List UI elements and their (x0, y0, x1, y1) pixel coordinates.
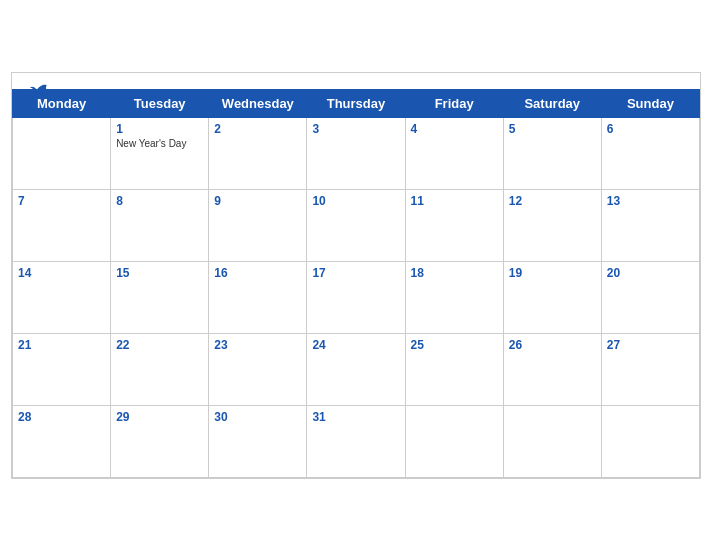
day-number: 5 (509, 122, 596, 136)
day-number: 16 (214, 266, 301, 280)
day-number: 9 (214, 194, 301, 208)
calendar-cell: 23 (209, 333, 307, 405)
day-number: 27 (607, 338, 694, 352)
day-number: 8 (116, 194, 203, 208)
calendar-cell: 4 (405, 117, 503, 189)
calendar-cell: 6 (601, 117, 699, 189)
weekday-header-wednesday: Wednesday (209, 89, 307, 117)
calendar-cell: 10 (307, 189, 405, 261)
day-number: 11 (411, 194, 498, 208)
calendar-cell: 8 (111, 189, 209, 261)
calendar-cell: 13 (601, 189, 699, 261)
day-number: 2 (214, 122, 301, 136)
day-number: 28 (18, 410, 105, 424)
day-number: 26 (509, 338, 596, 352)
calendar-week-row: 28293031 (13, 405, 700, 477)
calendar-cell: 30 (209, 405, 307, 477)
calendar-cell: 17 (307, 261, 405, 333)
day-number: 7 (18, 194, 105, 208)
day-number: 10 (312, 194, 399, 208)
calendar-cell: 7 (13, 189, 111, 261)
weekday-header-tuesday: Tuesday (111, 89, 209, 117)
day-number: 25 (411, 338, 498, 352)
day-number: 22 (116, 338, 203, 352)
calendar-cell: 24 (307, 333, 405, 405)
calendar-cell: 16 (209, 261, 307, 333)
day-number: 1 (116, 122, 203, 136)
weekday-header-sunday: Sunday (601, 89, 699, 117)
calendar-cell: 9 (209, 189, 307, 261)
day-number: 17 (312, 266, 399, 280)
day-number: 23 (214, 338, 301, 352)
calendar-cell: 20 (601, 261, 699, 333)
calendar-header (12, 73, 700, 89)
calendar-cell: 19 (503, 261, 601, 333)
calendar-cell: 14 (13, 261, 111, 333)
day-number: 12 (509, 194, 596, 208)
calendar-cell: 15 (111, 261, 209, 333)
day-number: 21 (18, 338, 105, 352)
day-number: 20 (607, 266, 694, 280)
calendar-body: 1New Year's Day2345678910111213141516171… (13, 117, 700, 477)
weekday-header-row: MondayTuesdayWednesdayThursdayFridaySatu… (13, 89, 700, 117)
holiday-label: New Year's Day (116, 138, 203, 149)
calendar-cell: 27 (601, 333, 699, 405)
day-number: 4 (411, 122, 498, 136)
calendar-cell: 21 (13, 333, 111, 405)
logo-bird-icon (30, 83, 50, 99)
calendar-table: MondayTuesdayWednesdayThursdayFridaySatu… (12, 89, 700, 478)
weekday-header-saturday: Saturday (503, 89, 601, 117)
calendar-week-row: 78910111213 (13, 189, 700, 261)
calendar-cell (405, 405, 503, 477)
day-number: 30 (214, 410, 301, 424)
calendar-week-row: 21222324252627 (13, 333, 700, 405)
calendar-cell: 22 (111, 333, 209, 405)
day-number: 31 (312, 410, 399, 424)
weekday-header-thursday: Thursday (307, 89, 405, 117)
calendar-cell (503, 405, 601, 477)
calendar-cell: 26 (503, 333, 601, 405)
calendar-cell: 25 (405, 333, 503, 405)
day-number: 3 (312, 122, 399, 136)
calendar-container: MondayTuesdayWednesdayThursdayFridaySatu… (11, 72, 701, 479)
calendar-cell: 28 (13, 405, 111, 477)
day-number: 6 (607, 122, 694, 136)
calendar-cell: 5 (503, 117, 601, 189)
day-number: 14 (18, 266, 105, 280)
calendar-cell: 11 (405, 189, 503, 261)
calendar-cell: 31 (307, 405, 405, 477)
calendar-week-row: 14151617181920 (13, 261, 700, 333)
calendar-cell: 1New Year's Day (111, 117, 209, 189)
calendar-cell (13, 117, 111, 189)
day-number: 13 (607, 194, 694, 208)
day-number: 19 (509, 266, 596, 280)
calendar-cell: 18 (405, 261, 503, 333)
calendar-cell: 29 (111, 405, 209, 477)
logo (28, 83, 50, 99)
day-number: 15 (116, 266, 203, 280)
day-number: 18 (411, 266, 498, 280)
weekday-header-friday: Friday (405, 89, 503, 117)
calendar-cell: 2 (209, 117, 307, 189)
calendar-week-row: 1New Year's Day23456 (13, 117, 700, 189)
calendar-cell (601, 405, 699, 477)
calendar-cell: 12 (503, 189, 601, 261)
calendar-cell: 3 (307, 117, 405, 189)
day-number: 29 (116, 410, 203, 424)
day-number: 24 (312, 338, 399, 352)
